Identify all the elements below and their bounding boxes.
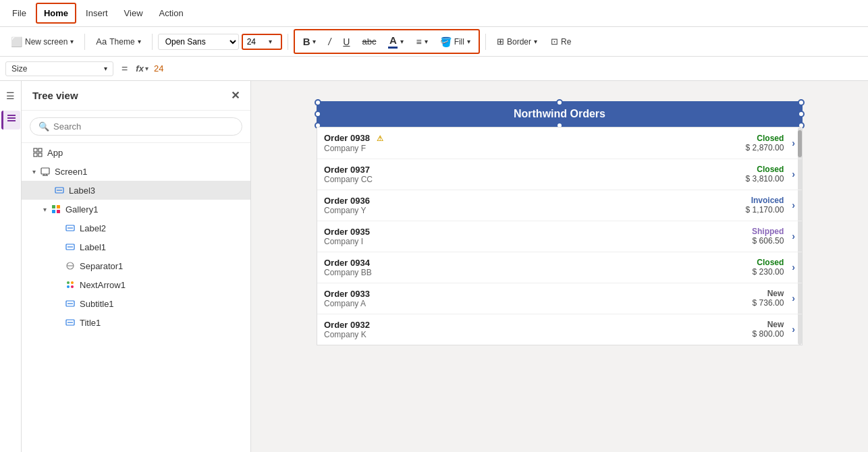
bold-icon: B <box>303 36 310 47</box>
order-arrow-0935: › <box>792 231 795 242</box>
separator-icon <box>65 260 76 271</box>
tree-close-button[interactable]: ✕ <box>231 89 240 102</box>
order-status-0938: Closed $ 2,870.00 <box>746 134 784 152</box>
order-company-0936: Company Y <box>324 206 746 215</box>
order-amount-0934: $ 230.00 <box>753 267 784 277</box>
order-row-0938[interactable]: Order 0938 ⚠ Company F Closed $ 2,870.00… <box>317 128 802 159</box>
fx-chevron[interactable]: ▾ <box>145 65 148 72</box>
new-screen-button[interactable]: ⬜ New screen ▾ <box>5 34 79 50</box>
tree-item-screen1-label: Screen1 <box>55 167 87 177</box>
tree-item-gallery1-label: Gallery1 <box>65 204 98 215</box>
font-size-input[interactable]: 24 <box>247 37 267 47</box>
font-color-button[interactable]: A ▾ <box>383 32 409 51</box>
hamburger-menu-button[interactable]: ☰ <box>1 86 20 105</box>
tree-item-label2[interactable]: Label2 <box>22 219 250 237</box>
order-info-0936: Order 0936 Company Y <box>324 196 746 215</box>
tree-item-subtitle1[interactable]: Subtitle1 <box>22 294 250 313</box>
font-color-chevron[interactable]: ▾ <box>400 38 404 45</box>
align-chevron[interactable]: ▾ <box>425 38 428 45</box>
tree-item-app[interactable]: App <box>22 143 250 162</box>
svg-rect-16 <box>57 210 60 213</box>
hamburger-icon: ☰ <box>6 90 15 101</box>
fill-chevron[interactable]: ▾ <box>467 38 470 45</box>
order-arrow-0937: › <box>792 169 795 179</box>
property-chevron: ▾ <box>104 65 107 72</box>
tree-item-label3[interactable]: Label3 <box>22 181 250 200</box>
screen1-expand: ▾ <box>32 168 36 175</box>
tree-item-separator1[interactable]: Separator1 <box>22 256 250 275</box>
italic-button[interactable]: / <box>323 34 336 50</box>
search-box: 🔍 <box>30 117 242 136</box>
fx-icon: fx <box>136 63 144 74</box>
new-screen-icon: ⬜ <box>11 36 22 47</box>
menu-home[interactable]: Home <box>36 3 76 24</box>
underline-button[interactable]: U <box>337 34 355 50</box>
separator-4 <box>485 34 486 50</box>
order-row-0936[interactable]: Order 0936 Company Y Invoiced $ 1,170.00… <box>317 190 802 221</box>
search-icon: 🔍 <box>38 121 49 132</box>
tree-item-subtitle1-label: Subtitle1 <box>80 299 114 309</box>
order-info-0935: Order 0935 Company I <box>324 227 752 246</box>
order-status-label-0938: Closed <box>746 134 784 143</box>
order-row-0937[interactable]: Order 0937 Company CC Closed $ 3,810.00 … <box>317 159 802 190</box>
border-label: Border <box>507 37 531 47</box>
tree-item-gallery1[interactable]: ▾ Gallery1 <box>22 200 250 219</box>
reorder-button[interactable]: ⊡ Re <box>545 34 576 49</box>
svg-rect-15 <box>52 210 55 213</box>
tree-item-label1-label: Label1 <box>80 242 106 252</box>
app-icon <box>32 147 43 158</box>
align-button[interactable]: ≡ ▾ <box>410 34 433 50</box>
fill-button[interactable]: 🪣 Fill ▾ <box>435 34 476 50</box>
icon-sidebar: ☰ <box>0 81 22 452</box>
bold-chevron[interactable]: ▾ <box>313 38 316 45</box>
tree-item-label1[interactable]: Label1 <box>22 237 250 256</box>
theme-button[interactable]: Aa Theme ▾ <box>90 34 146 49</box>
order-row-0932[interactable]: Order 0932 Company K New $ 800.00 › <box>317 314 802 345</box>
order-company-0933: Company A <box>324 299 753 308</box>
border-button[interactable]: ⊞ Border ▾ <box>491 34 543 49</box>
fill-label: Fill <box>454 37 464 47</box>
font-family-select[interactable]: Open Sans <box>158 34 239 50</box>
svg-rect-4 <box>38 148 42 152</box>
order-status-0936: Invoiced $ 1,170.00 <box>746 196 784 215</box>
order-company-0932: Company K <box>324 330 753 339</box>
fill-icon: 🪣 <box>440 36 452 47</box>
order-row-0934[interactable]: Order 0934 Company BB Closed $ 230.00 › <box>317 252 802 283</box>
svg-rect-5 <box>34 153 37 157</box>
search-input[interactable] <box>53 121 234 132</box>
menu-view[interactable]: View <box>117 4 150 22</box>
gallery-icon <box>51 204 61 215</box>
menu-file[interactable]: File <box>5 4 33 22</box>
app-canvas: Northwind Orders <box>317 101 803 345</box>
formatting-group: B ▾ / U abc A ▾ ≡ ▾ 🪣 Fi <box>294 29 480 54</box>
menu-action[interactable]: Action <box>153 4 190 22</box>
order-status-0937: Closed $ 3,810.00 <box>746 165 784 183</box>
layers-button[interactable] <box>1 111 20 130</box>
order-info-0932: Order 0932 Company K <box>324 320 753 339</box>
property-select[interactable]: Size ▾ <box>5 61 113 76</box>
bold-button[interactable]: B ▾ <box>298 33 322 50</box>
tree-items: App ▾ Screen1 Label3 ▾ <box>22 143 250 452</box>
order-row-0933[interactable]: Order 0933 Company A New $ 736.00 › <box>317 283 802 314</box>
order-id-0932: Order 0932 <box>324 320 753 330</box>
tree-item-screen1[interactable]: ▾ Screen1 <box>22 162 250 181</box>
font-size-chevron[interactable]: ▾ <box>269 38 272 45</box>
northwind-title: Northwind Orders <box>514 108 605 119</box>
svg-rect-1 <box>7 120 16 121</box>
reorder-label: Re <box>561 37 571 47</box>
svg-point-23 <box>67 281 70 284</box>
svg-rect-6 <box>38 153 42 157</box>
fx-button[interactable]: fx ▾ <box>136 63 148 74</box>
order-id-0937: Order 0937 <box>324 165 746 175</box>
order-row-0935[interactable]: Order 0935 Company I Shipped $ 606.50 › <box>317 221 802 252</box>
separator-1 <box>84 34 85 50</box>
tree-header: Tree view ✕ <box>22 81 250 111</box>
strikethrough-button[interactable]: abc <box>356 34 381 49</box>
tree-item-nextarrow1[interactable]: NextArrow1 <box>22 275 250 294</box>
menu-insert[interactable]: Insert <box>79 4 115 22</box>
tree-item-title1[interactable]: Title1 <box>22 313 250 332</box>
font-size-group: 24 ▾ <box>242 34 282 50</box>
order-status-label-0935: Shipped <box>752 227 784 236</box>
northwind-header[interactable]: Northwind Orders <box>317 101 803 127</box>
border-chevron[interactable]: ▾ <box>534 38 537 45</box>
